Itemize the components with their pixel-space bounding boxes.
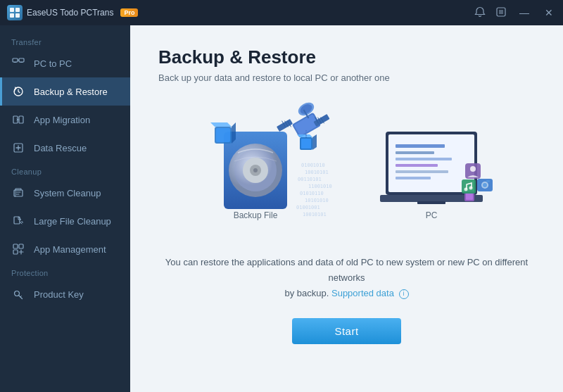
svg-rect-6 — [13, 58, 18, 62]
sidebar-item-system-cleanup[interactable]: System Cleanup — [0, 179, 130, 207]
svg-rect-2 — [10, 13, 14, 18]
sidebar-item-app-migration-label: App Migration — [34, 115, 90, 125]
sidebar-item-product-key-label: Product Key — [34, 289, 84, 300]
svg-text:PC: PC — [425, 210, 437, 220]
minimize-button[interactable]: — — [517, 6, 532, 20]
sidebar-item-app-management[interactable]: App Management — [0, 235, 130, 263]
svg-text:11001010: 11001010 — [308, 184, 332, 189]
svg-point-77 — [469, 186, 472, 190]
svg-point-34 — [253, 168, 258, 172]
svg-marker-37 — [210, 122, 232, 127]
svg-rect-17 — [13, 244, 18, 248]
svg-rect-59 — [396, 144, 445, 148]
svg-point-73 — [483, 183, 487, 187]
product-key-icon — [11, 287, 25, 301]
bell-icon[interactable] — [474, 6, 486, 20]
svg-rect-18 — [19, 244, 23, 248]
svg-point-70 — [470, 166, 476, 172]
pro-badge: Pro — [120, 8, 138, 17]
window-controls: — ✕ — [474, 6, 556, 20]
svg-text:01001001: 01001001 — [296, 205, 320, 210]
close-button[interactable]: ✕ — [542, 6, 556, 20]
start-button-wrapper: Start — [158, 318, 535, 344]
svg-rect-5 — [499, 10, 503, 14]
svg-rect-0 — [10, 8, 14, 12]
svg-rect-8 — [19, 58, 24, 62]
svg-text:Backup File: Backup File — [233, 210, 277, 220]
sidebar-item-app-management-label: App Management — [34, 244, 106, 255]
data-rescue-icon — [11, 141, 25, 155]
svg-rect-58 — [388, 134, 474, 192]
info-icon[interactable]: i — [399, 289, 409, 299]
large-file-cleanup-icon — [11, 214, 25, 228]
svg-rect-68 — [466, 193, 473, 200]
svg-rect-62 — [396, 164, 438, 167]
svg-rect-61 — [396, 158, 452, 160]
app-management-icon — [11, 242, 25, 256]
notification-icon[interactable] — [495, 6, 507, 20]
svg-text:10101010: 10101010 — [305, 198, 329, 203]
sidebar-item-backup-restore[interactable]: Backup & Restore — [0, 77, 130, 106]
sidebar-item-pc-to-pc[interactable]: PC to PC — [0, 49, 130, 77]
sidebar-item-product-key[interactable]: Product Key — [0, 280, 130, 308]
sidebar-item-large-file-cleanup[interactable]: Large File Cleanup — [0, 207, 130, 235]
svg-rect-12 — [19, 116, 23, 123]
svg-text:10010101: 10010101 — [303, 212, 327, 217]
sidebar-item-system-cleanup-label: System Cleanup — [34, 188, 101, 198]
sidebar-section-protection: Protection — [0, 263, 130, 280]
svg-rect-53 — [301, 139, 311, 148]
svg-text:01001010: 01001010 — [301, 163, 325, 168]
svg-marker-55 — [312, 134, 317, 150]
sidebar-item-backup-restore-label: Backup & Restore — [34, 87, 108, 97]
svg-rect-19 — [13, 250, 18, 254]
svg-rect-74 — [486, 180, 490, 182]
svg-rect-75 — [462, 179, 476, 194]
svg-point-76 — [464, 188, 467, 191]
supported-data-link[interactable]: Supported data — [331, 288, 394, 298]
svg-rect-60 — [396, 151, 434, 154]
sidebar: Transfer PC to PC — [0, 25, 130, 392]
sidebar-item-data-rescue[interactable]: Data Rescue — [0, 134, 130, 162]
svg-rect-7 — [14, 62, 17, 63]
sidebar-item-data-rescue-label: Data Rescue — [34, 143, 87, 153]
svg-rect-1 — [15, 8, 20, 12]
svg-rect-9 — [20, 62, 23, 63]
system-cleanup-icon — [11, 186, 25, 200]
svg-text:01010110: 01010110 — [300, 191, 324, 196]
content-area: Backup & Restore Back up your data and r… — [130, 25, 563, 392]
description-text-line1: You can restore the applications and dat… — [165, 257, 528, 283]
page-title: Backup & Restore — [158, 46, 535, 68]
illustration-area: 01001010 10010101 00110101 11001010 0101… — [158, 100, 535, 241]
backup-restore-icon — [11, 84, 25, 99]
svg-text:10010101: 10010101 — [305, 170, 329, 175]
pc-to-pc-icon — [11, 56, 25, 70]
start-button[interactable]: Start — [292, 318, 400, 344]
backup-restore-illustration: 01001010 10010101 00110101 11001010 0101… — [185, 100, 509, 230]
svg-rect-66 — [417, 201, 445, 204]
logo-icon — [7, 5, 23, 20]
app-migration-icon — [11, 113, 25, 127]
app-name: EaseUS Todo PCTrans — [27, 8, 113, 18]
sidebar-item-pc-to-pc-label: PC to PC — [34, 58, 72, 69]
svg-rect-11 — [13, 116, 18, 123]
svg-rect-64 — [396, 177, 431, 179]
svg-rect-3 — [15, 13, 20, 18]
svg-text:00110101: 00110101 — [298, 177, 322, 182]
sidebar-item-large-file-cleanup-label: Large File Cleanup — [34, 216, 111, 227]
description-text-line2: by backup. — [284, 288, 329, 298]
description-box: You can restore the applications and dat… — [158, 255, 535, 301]
sidebar-section-cleanup: Cleanup — [0, 162, 130, 179]
svg-rect-63 — [396, 170, 448, 173]
svg-rect-36 — [216, 128, 230, 142]
main-layout: Transfer PC to PC — [0, 25, 563, 392]
sidebar-item-app-migration[interactable]: App Migration — [0, 106, 130, 134]
page-subtitle: Back up your data and restore to local P… — [158, 72, 535, 83]
sidebar-section-transfer: Transfer — [0, 32, 130, 49]
app-logo: EaseUS Todo PCTrans Pro — [7, 5, 138, 20]
titlebar: EaseUS Todo PCTrans Pro — ✕ — [0, 0, 563, 25]
